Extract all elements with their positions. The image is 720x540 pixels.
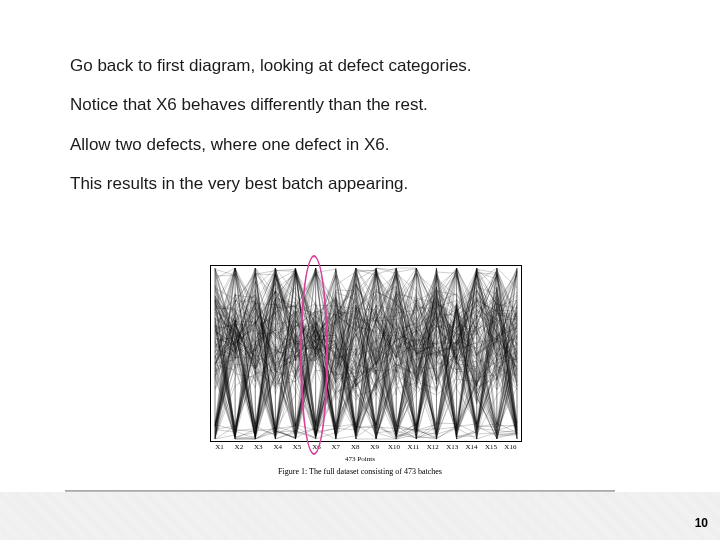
axis-tick-label: X2 <box>229 443 248 455</box>
axis-tick-label: X9 <box>365 443 384 455</box>
page-number: 10 <box>695 516 708 530</box>
axis-tick-label: X10 <box>385 443 404 455</box>
axis-tick-label: X11 <box>404 443 423 455</box>
axis-tick-label: X16 <box>501 443 520 455</box>
axis-tick-label: X12 <box>423 443 442 455</box>
paragraph-3: Allow two defects, where one defect in X… <box>70 134 650 155</box>
axis-tick-label: X7 <box>326 443 345 455</box>
plot-area <box>210 265 522 442</box>
axis-tick-label: X3 <box>249 443 268 455</box>
paragraph-2: Notice that X6 behaves differently than … <box>70 94 650 115</box>
axis-labels: X1X2X3X4X5X6X7X8X9X10X11X12X13X14X15X16 <box>210 443 520 455</box>
paragraph-4: This results in the very best batch appe… <box>70 173 650 194</box>
figure-caption: Figure 1: The full dataset consisting of… <box>160 467 560 476</box>
content-block: Go back to first diagram, looking at def… <box>0 0 720 194</box>
parallel-coords-figure: X1X2X3X4X5X6X7X8X9X10X11X12X13X14X15X16 … <box>160 255 560 475</box>
paragraph-1: Go back to first diagram, looking at def… <box>70 55 650 76</box>
axis-tick-label: X13 <box>443 443 462 455</box>
axis-tick-label: X15 <box>481 443 500 455</box>
highlight-oval <box>300 255 328 455</box>
axis-tick-label: X4 <box>268 443 287 455</box>
axis-tick-label: X8 <box>346 443 365 455</box>
axis-tick-label: X14 <box>462 443 481 455</box>
slide: Go back to first diagram, looking at def… <box>0 0 720 540</box>
axis-tick-label: X1 <box>210 443 229 455</box>
parallel-lines-svg <box>211 266 521 441</box>
figure-subcaption: 473 Points <box>160 455 560 463</box>
axis-tick-label: X5 <box>288 443 307 455</box>
footer-background <box>0 492 720 540</box>
